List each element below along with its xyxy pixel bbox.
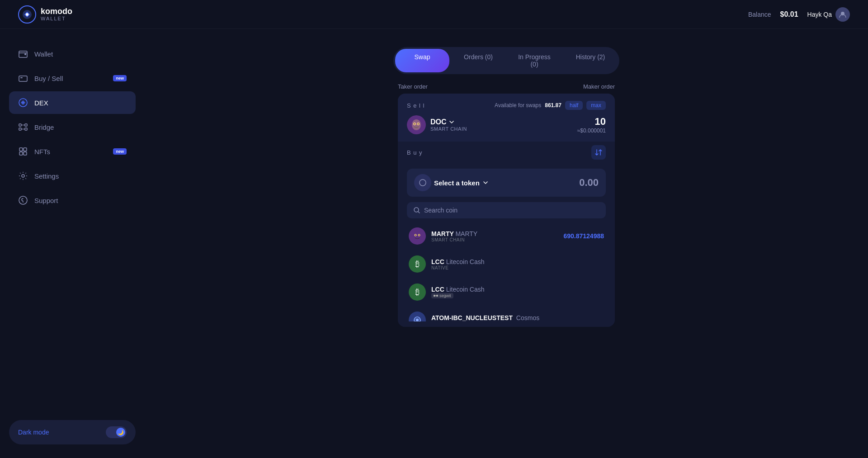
- dark-mode-label: Dark mode: [18, 429, 49, 436]
- list-item-lcc-native[interactable]: ₿ LCC Litecoin Cash NATIVE: [407, 250, 606, 278]
- sidebar-item-wallet[interactable]: Wallet: [9, 42, 136, 65]
- user-area[interactable]: Hayk Qa: [807, 7, 850, 22]
- badge-nfts: new: [113, 148, 127, 155]
- toggle-pill: 🌙: [106, 426, 127, 438]
- svg-point-35: [419, 235, 420, 236]
- svg-point-34: [415, 235, 416, 236]
- svg-rect-11: [25, 124, 27, 126]
- lcc-segwit-chain-row: segwit: [431, 293, 485, 298]
- marty-balance: 690.87124988: [563, 232, 604, 240]
- list-item-lcc-segwit[interactable]: ₿ LCC Litecoin Cash segw: [407, 278, 606, 306]
- swap-direction-button[interactable]: [591, 145, 606, 160]
- sidebar-item-buy-sell[interactable]: Buy / Sell new: [9, 67, 136, 90]
- sell-section: S e l l Available for swaps 861.87 half …: [398, 94, 615, 142]
- order-labels: Taker order Maker order: [398, 83, 615, 90]
- content-area: Swap Orders (0) In Progress (0) History …: [145, 29, 868, 458]
- header-right: Balance $0.01 Hayk Qa: [748, 7, 850, 22]
- search-input[interactable]: [424, 207, 599, 214]
- taker-order-label: Taker order: [398, 83, 428, 90]
- tab-orders[interactable]: Orders (0): [451, 49, 505, 72]
- marty-chain: SMART CHAIN: [431, 237, 477, 242]
- sell-token-symbol[interactable]: DOC: [430, 118, 467, 126]
- logo-text: komodo WALLET: [41, 7, 72, 22]
- sidebar-item-settings[interactable]: Settings: [9, 165, 136, 187]
- marty-info: MARTY MARTY SMART CHAIN: [431, 230, 477, 242]
- toggle-knob: 🌙: [116, 428, 125, 437]
- tab-history[interactable]: History (2): [563, 49, 618, 72]
- svg-rect-6: [19, 76, 27, 81]
- user-name: Hayk Qa: [807, 11, 832, 18]
- tab-swap[interactable]: Swap: [395, 49, 449, 72]
- sidebar-label-bridge: Bridge: [34, 123, 54, 131]
- sidebar-label-wallet: Wallet: [34, 50, 53, 58]
- list-item-marty[interactable]: MARTY MARTY SMART CHAIN 690.87124988: [407, 222, 606, 250]
- atom-ibc-symbol: ATOM-IBC_NUCLEUSTEST Cosmos: [431, 314, 539, 321]
- sidebar-label-dex: DEX: [34, 99, 48, 107]
- buy-token-row: Select a token 0.00: [407, 169, 606, 197]
- lcc-native-chain: NATIVE: [431, 265, 485, 270]
- sidebar-item-support[interactable]: Support: [9, 189, 136, 212]
- nfts-icon: [18, 146, 28, 156]
- sell-token-info: DOC SMART CHAIN: [407, 115, 467, 134]
- sell-label: S e l l: [407, 102, 425, 109]
- list-item-atom-ibc[interactable]: ATOM-IBC_NUCLEUSTEST Cosmos IRIS: [407, 306, 606, 321]
- main-layout: Wallet Buy / Sell new DEX: [0, 29, 868, 458]
- token-list: MARTY MARTY SMART CHAIN 690.87124988: [407, 222, 606, 321]
- available-label: Available for swaps: [495, 102, 541, 109]
- dark-mode-toggle[interactable]: Dark mode 🌙: [9, 420, 136, 444]
- sidebar-bottom: Dark mode 🌙: [9, 420, 136, 444]
- svg-rect-13: [25, 128, 27, 130]
- sell-token-avatar: [407, 115, 426, 134]
- sell-token-chain: SMART CHAIN: [430, 126, 467, 132]
- sell-amount-block: 10 ≈$0.000001: [577, 116, 606, 134]
- swap-card: S e l l Available for swaps 861.87 half …: [398, 94, 615, 327]
- svg-rect-12: [19, 128, 21, 130]
- lcc-segwit-info: LCC Litecoin Cash segwit: [431, 286, 485, 298]
- svg-point-2: [26, 13, 28, 16]
- marty-token-left: MARTY MARTY SMART CHAIN: [409, 227, 477, 245]
- svg-text:₿: ₿: [415, 288, 420, 297]
- sell-usd: ≈$0.000001: [577, 127, 606, 134]
- sidebar-label-support: Support: [34, 197, 58, 204]
- user-avatar: [835, 7, 850, 22]
- sidebar-item-nfts[interactable]: NFTs new: [9, 140, 136, 163]
- svg-point-5: [24, 53, 26, 55]
- svg-text:₿: ₿: [415, 260, 420, 269]
- svg-point-9: [22, 102, 24, 104]
- select-token-button[interactable]: Select a token: [414, 174, 489, 191]
- max-button[interactable]: max: [586, 101, 606, 110]
- svg-point-29: [420, 179, 426, 186]
- settings-icon: [18, 171, 28, 181]
- svg-rect-17: [24, 148, 27, 151]
- marty-symbol: MARTY MARTY: [431, 230, 477, 237]
- sell-token-name-block: DOC SMART CHAIN: [430, 118, 467, 132]
- search-bar: [407, 202, 606, 218]
- badge-buy-sell: new: [113, 75, 127, 81]
- sell-token-row: DOC SMART CHAIN 10 ≈$0.000001: [407, 115, 606, 134]
- lcc-segwit-avatar: ₿: [409, 283, 426, 301]
- buy-amount: 0.00: [579, 177, 599, 189]
- select-token-chevron-icon: [482, 179, 489, 186]
- swap-arrows-icon: [594, 148, 603, 156]
- sidebar-item-bridge[interactable]: Bridge: [9, 116, 136, 138]
- komodo-logo-icon: [18, 5, 36, 24]
- logo-area: komodo WALLET: [18, 5, 72, 24]
- svg-point-21: [19, 196, 27, 204]
- sidebar-label-settings: Settings: [34, 172, 59, 180]
- lcc-segwit-symbol: LCC Litecoin Cash: [431, 286, 485, 293]
- sidebar-item-dex[interactable]: DEX: [9, 91, 136, 114]
- lcc-native-info: LCC Litecoin Cash NATIVE: [431, 258, 485, 270]
- half-button[interactable]: half: [565, 101, 583, 110]
- header: komodo WALLET Balance $0.01 Hayk Qa: [0, 0, 868, 29]
- svg-point-45: [416, 319, 419, 321]
- available-amount: 861.87: [545, 102, 561, 109]
- lcc-native-symbol: LCC Litecoin Cash: [431, 258, 485, 265]
- logo-wallet: WALLET: [41, 16, 72, 21]
- balance-value: $0.01: [780, 10, 798, 19]
- bridge-icon: [18, 122, 28, 132]
- svg-rect-7: [20, 77, 23, 78]
- logo-komodo: komodo: [41, 7, 72, 16]
- balance-label: Balance: [748, 11, 771, 18]
- tab-in-progress[interactable]: In Progress (0): [507, 49, 561, 72]
- search-icon: [413, 207, 420, 214]
